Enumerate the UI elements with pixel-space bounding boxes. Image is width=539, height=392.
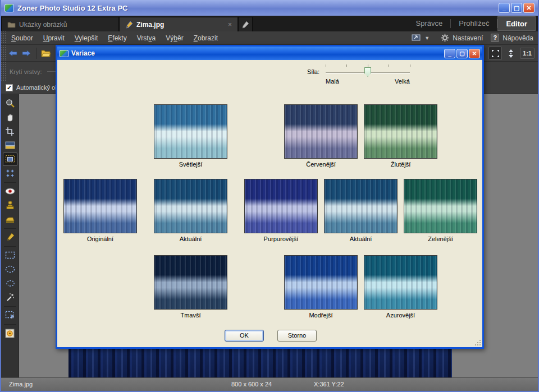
dialog-resize-grip[interactable] (474, 339, 481, 346)
cancel-button[interactable]: Storno (277, 330, 317, 342)
red-eye-tool-icon[interactable] (3, 185, 17, 198)
iron-smooth-tool-icon[interactable] (3, 213, 17, 226)
palette-separator (4, 182, 16, 183)
menu-upravit[interactable]: Upravit (38, 31, 70, 45)
variation-thumbnail-cervenejsi[interactable] (284, 104, 358, 159)
menu-vyber[interactable]: Výběr (161, 31, 188, 45)
clone-stamp-tool-icon[interactable] (3, 199, 17, 212)
variation-label: Žlutější (364, 161, 437, 168)
mode-spravce[interactable]: Správce (408, 16, 451, 31)
ellipse-select-tool-icon[interactable] (3, 262, 17, 276)
strength-slider-thumb[interactable] (364, 67, 371, 77)
strength-min-label: Malá (326, 78, 339, 85)
variation-thumbnail-svetlejsi[interactable] (154, 104, 227, 159)
variation-thumbnail-aktualni-2[interactable] (324, 179, 398, 233)
tab-close-icon[interactable]: × (228, 21, 232, 29)
rect-select-tool-icon[interactable] (3, 248, 17, 262)
toolbar-grip (1, 45, 6, 61)
chevron-down-icon[interactable]: ▼ (424, 35, 430, 41)
palette-separator (4, 306, 16, 307)
window-minimize-button[interactable]: _ (499, 3, 510, 13)
variation-thumbnail-tmavsi[interactable] (154, 255, 227, 310)
statusbar: Zima.jpg 800 x 600 x 24 X:361 Y:22 (1, 377, 538, 391)
dialog-maximize-button[interactable]: ▢ (456, 49, 468, 58)
layer-opacity-label: Krytí vrstvy: (10, 68, 42, 75)
zoner-logo-icon (60, 50, 68, 57)
variations-dialog: Variace _ ▢ ✕ Síla: Malá Velká Světlejší… (56, 45, 484, 349)
variation-label: Modřejší (284, 312, 358, 319)
hand-tool-icon[interactable] (3, 110, 17, 124)
forward-arrow-icon[interactable] (20, 47, 33, 60)
fit-height-button[interactable] (504, 47, 518, 60)
horizon-level-tool-icon[interactable] (3, 139, 17, 152)
toolbar-grip (1, 31, 6, 44)
effect-target-tool-icon[interactable] (3, 326, 17, 340)
tool-palette (1, 94, 19, 377)
variation-label: Červenější (284, 161, 358, 168)
slider-tick (368, 64, 368, 67)
slider-tick (346, 64, 347, 67)
slider-tick (326, 64, 326, 67)
variation-label: Purpurovější (244, 236, 318, 242)
menu-vrstva[interactable]: Vrstva (132, 31, 161, 45)
palette-separator (4, 228, 16, 229)
variation-thumbnail-zelenejsi[interactable] (404, 179, 477, 233)
tab-new-edit[interactable] (238, 17, 253, 31)
folder-icon (7, 21, 16, 28)
variation-label: Aktuální (324, 236, 398, 242)
dialog-close-button[interactable]: ✕ (469, 49, 480, 58)
document-tabbar: Ukázky obrázků Zima.jpg × Správce Prohlí… (1, 16, 538, 31)
menu-efekty[interactable]: Efekty (103, 31, 131, 45)
mode-editor[interactable]: Editor (497, 16, 536, 31)
variation-thumbnail-modrejsi[interactable] (284, 255, 358, 310)
tab-zima-jpg[interactable]: Zima.jpg × (119, 17, 238, 31)
strength-max-label: Velká (382, 78, 410, 85)
zoom-tool-icon[interactable] (3, 96, 17, 110)
help-icon[interactable]: ? (491, 34, 499, 42)
retouch-brush-tool-icon[interactable] (3, 230, 17, 244)
app-titlebar: Zoner Photo Studio 12 Extra PC _ ▢ ✕ (1, 0, 538, 16)
help-label[interactable]: Nápověda (503, 34, 533, 42)
lasso-select-tool-icon[interactable] (3, 276, 17, 290)
strength-label: Síla: (307, 68, 319, 75)
slider-tick (410, 64, 410, 67)
dialog-minimize-button[interactable]: _ (444, 49, 455, 58)
settings-label[interactable]: Nastavení (453, 34, 483, 42)
variation-label: Zelenější (404, 236, 477, 242)
fit-to-screen-button[interactable] (488, 47, 502, 60)
pencil-icon (125, 21, 133, 29)
variation-thumbnail-originalni[interactable] (63, 179, 137, 233)
screen-fit-icon[interactable] (412, 34, 421, 41)
variation-thumbnail-azurovejsi[interactable] (364, 255, 437, 310)
window-close-button[interactable]: ✕ (523, 3, 535, 13)
variation-thumbnail-aktualni[interactable] (154, 179, 227, 233)
variation-thumbnail-zlutejsi[interactable] (364, 104, 437, 159)
selection-transform-tool-icon[interactable] (3, 308, 17, 322)
autocrop-checkbox[interactable]: ✓ (6, 84, 13, 91)
ok-button[interactable]: OK (225, 330, 264, 342)
open-folder-icon[interactable] (39, 47, 53, 60)
mesh-deform-tool-icon[interactable] (3, 167, 17, 180)
dialog-titlebar[interactable]: Variace _ ▢ ✕ (57, 47, 482, 60)
variation-label: Světlejší (154, 161, 227, 168)
menubar: Soubor Upravit Vylepšit Efekty Vrstva Vý… (1, 31, 538, 45)
app-title: Zoner Photo Studio 12 Extra PC (17, 4, 127, 12)
window-maximize-button[interactable]: ▢ (511, 3, 522, 13)
menu-zobrazit[interactable]: Zobrazit (189, 31, 223, 45)
zoom-one-to-one-button[interactable]: 1:1 (520, 48, 535, 59)
mode-prohlizec[interactable]: Prohlížeč (451, 16, 497, 31)
menu-vylepsit[interactable]: Vylepšit (70, 31, 103, 45)
toolbar-separator (36, 48, 36, 59)
variation-label: Originální (63, 236, 137, 242)
tab-ukazky-obrazku[interactable]: Ukázky obrázků (1, 17, 119, 31)
magic-wand-tool-icon[interactable] (3, 290, 17, 304)
gear-icon[interactable] (441, 34, 449, 42)
back-arrow-icon[interactable] (6, 47, 20, 60)
crop-tool-icon[interactable] (3, 124, 17, 138)
menu-soubor[interactable]: Soubor (6, 31, 38, 45)
canvas-size-tool-icon[interactable] (3, 153, 17, 166)
pencil-icon (241, 21, 249, 29)
status-filename: Zima.jpg (9, 381, 33, 388)
variation-thumbnail-purpurovejsi[interactable] (244, 179, 318, 233)
toolbar-grip (1, 62, 6, 81)
